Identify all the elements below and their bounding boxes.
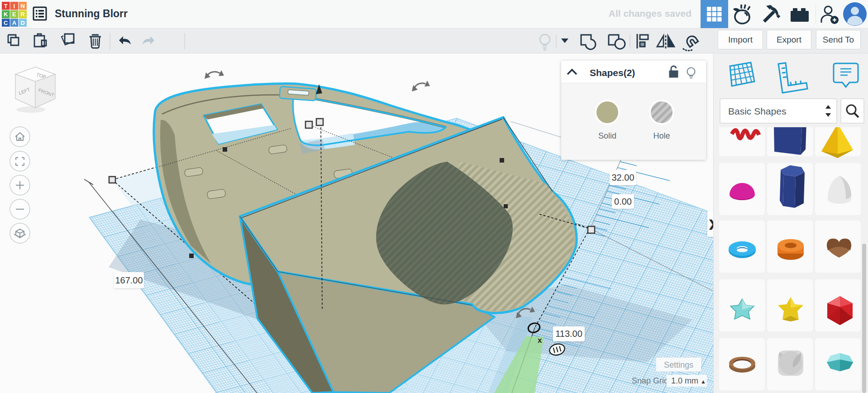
svg-text:Solid: Solid xyxy=(598,131,616,140)
svg-text:N: N xyxy=(20,3,24,10)
svg-text:T: T xyxy=(4,3,8,10)
svg-text:E: E xyxy=(12,11,16,18)
svg-text:Shapes(2): Shapes(2) xyxy=(590,67,635,78)
svg-text:R: R xyxy=(20,11,25,18)
svg-text:D: D xyxy=(20,19,24,26)
svg-text:A: A xyxy=(12,19,17,26)
svg-text:Basic Shapes: Basic Shapes xyxy=(728,106,786,116)
svg-text:C: C xyxy=(4,19,8,26)
svg-text:I: I xyxy=(14,3,15,10)
svg-text:K: K xyxy=(4,11,8,18)
svg-text:Hole: Hole xyxy=(653,131,670,140)
svg-text:x: x xyxy=(538,336,542,345)
